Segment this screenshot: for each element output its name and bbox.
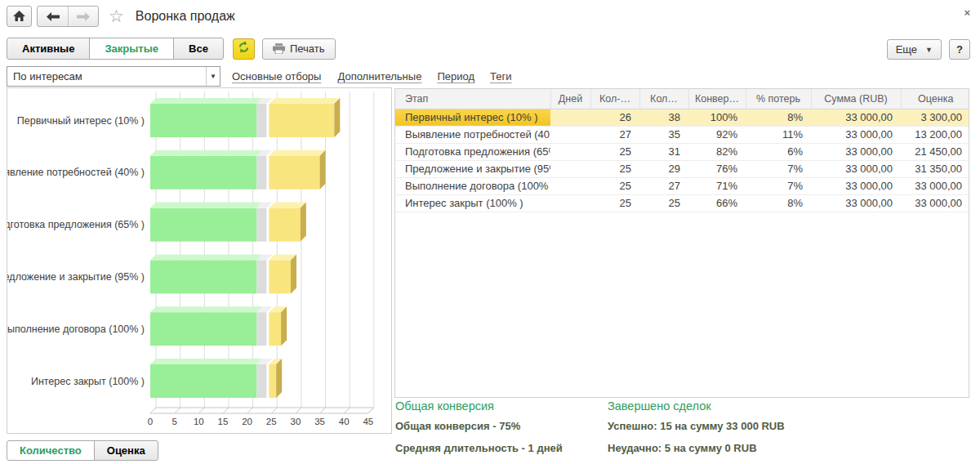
column-header-count-2[interactable]: Кол… [639, 89, 688, 109]
bar-segment-lost[interactable] [256, 364, 266, 398]
column-header-count-1[interactable]: Кол-… [590, 89, 639, 109]
table-cell[interactable]: 33 000,00 [901, 194, 969, 212]
table-cell[interactable]: Предложение и закрытие (95% ) [395, 160, 550, 177]
tab-all[interactable]: Все [173, 38, 224, 60]
bar-segment-lost[interactable] [256, 104, 266, 137]
table-cell[interactable]: 33 000,00 [811, 177, 901, 194]
table-cell[interactable]: 21 450,00 [901, 143, 969, 160]
bar-segment-open[interactable] [269, 312, 281, 346]
bar-segment-open[interactable] [269, 260, 291, 293]
tab-active[interactable]: Активные [7, 38, 90, 60]
table-cell[interactable]: 11% [746, 126, 811, 143]
forward-button[interactable] [68, 7, 98, 26]
table-cell[interactable]: 25 [639, 194, 688, 212]
table-cell[interactable]: 13 200,00 [901, 126, 969, 143]
more-button[interactable]: Еще ▼ [887, 39, 942, 60]
table-cell[interactable]: Первичный интерес (10% ) [395, 109, 550, 126]
table-cell[interactable]: 33 000,00 [811, 109, 901, 126]
table-cell[interactable]: 27 [639, 177, 688, 194]
table-cell[interactable]: Подготовка предложения (65% ) [395, 143, 550, 160]
table-cell[interactable] [550, 194, 590, 212]
column-header-stage[interactable]: Этап [395, 89, 550, 109]
chevron-down-icon[interactable]: ▼ [206, 67, 220, 86]
bar-segment-closed[interactable] [150, 104, 256, 137]
table-cell[interactable]: 25 [590, 143, 639, 160]
table-cell[interactable] [550, 177, 590, 194]
bar-segment-open[interactable] [269, 208, 301, 242]
home-button[interactable] [7, 6, 32, 27]
table-cell[interactable]: 76% [688, 160, 746, 177]
table-row[interactable]: Предложение и закрытие (95% )252976%7%33… [395, 160, 969, 177]
table-cell[interactable]: 33 000,00 [901, 177, 969, 194]
table-row[interactable]: Подготовка предложения (65% )253182%6%33… [395, 143, 969, 160]
print-button[interactable]: Печать [262, 38, 336, 60]
table-cell[interactable]: 31 [639, 143, 688, 160]
bar-segment-closed[interactable] [150, 312, 256, 346]
group-by-select[interactable]: По интересам ▼ [7, 66, 220, 87]
table-cell[interactable]: Выявление потребностей (40… [395, 126, 550, 143]
bar-segment-closed[interactable] [150, 364, 256, 398]
table-cell[interactable] [550, 143, 590, 160]
table-cell[interactable]: 25 [590, 194, 639, 212]
table-cell[interactable]: 26 [590, 109, 639, 126]
table-row[interactable]: Выявление потребностей (40…273592%11%33 … [395, 126, 969, 143]
close-icon[interactable]: × [964, 7, 970, 19]
table-cell[interactable]: 38 [639, 109, 688, 126]
table-cell[interactable]: 71% [688, 177, 746, 194]
bar-segment-lost[interactable] [256, 260, 266, 293]
link-additional[interactable]: Дополнительные [337, 70, 421, 83]
column-header-days[interactable]: Дней [550, 89, 590, 109]
table-cell[interactable] [550, 126, 590, 143]
column-header-loss[interactable]: % потерь [746, 89, 811, 109]
table-cell[interactable]: 8% [746, 194, 811, 212]
table-cell[interactable]: 27 [590, 126, 639, 143]
table-cell[interactable]: 100% [688, 109, 746, 126]
table-cell[interactable]: 7% [746, 177, 811, 194]
table-cell[interactable]: 92% [688, 126, 746, 143]
table-cell[interactable]: 82% [688, 143, 746, 160]
back-button[interactable] [38, 7, 68, 26]
table-cell[interactable] [550, 160, 590, 177]
table-cell[interactable]: 35 [639, 126, 688, 143]
table-row[interactable]: Интерес закрыт (100% )252566%8%33 000,00… [395, 194, 969, 212]
table-cell[interactable]: 3 300,00 [901, 109, 969, 126]
column-header-sum[interactable]: Сумма (RUB) [811, 89, 901, 109]
table-cell[interactable]: 8% [746, 109, 811, 126]
table-cell[interactable]: 33 000,00 [811, 126, 901, 143]
table-cell[interactable]: Интерес закрыт (100% ) [395, 194, 550, 212]
tab-closed[interactable]: Закрытые [89, 38, 174, 60]
table-cell[interactable]: 31 350,00 [901, 160, 969, 177]
table-cell[interactable]: 29 [639, 160, 688, 177]
bar-segment-open[interactable] [269, 104, 334, 137]
column-header-estimate[interactable]: Оценка [901, 89, 969, 109]
table-cell[interactable]: 33 000,00 [811, 194, 901, 212]
table-cell[interactable] [550, 109, 590, 126]
table-cell[interactable]: 25 [590, 160, 639, 177]
table-cell[interactable]: Выполнение договора (100% ) [395, 177, 550, 194]
tab-estimate[interactable]: Оценка [94, 440, 158, 461]
table-row[interactable]: Первичный интерес (10% )2638100%8%33 000… [395, 109, 969, 126]
bar-segment-lost[interactable] [256, 156, 266, 190]
bar-segment-closed[interactable] [150, 156, 256, 190]
help-button[interactable]: ? [949, 39, 970, 60]
table-row[interactable]: Выполнение договора (100% )252771%7%33 0… [395, 177, 969, 194]
table-cell[interactable]: 66% [688, 194, 746, 212]
table-cell[interactable]: 25 [590, 177, 639, 194]
bar-segment-closed[interactable] [150, 260, 256, 293]
link-period[interactable]: Период [437, 70, 474, 83]
link-tags[interactable]: Теги [490, 70, 511, 83]
column-header-conversion[interactable]: Конвер… [688, 89, 746, 109]
tab-quantity[interactable]: Количество [7, 440, 95, 461]
table-cell[interactable]: 6% [746, 143, 811, 160]
table-cell[interactable]: 33 000,00 [811, 160, 901, 177]
favorite-star-icon[interactable]: ☆ [109, 8, 124, 25]
bar-segment-lost[interactable] [256, 208, 266, 242]
table-cell[interactable]: 33 000,00 [811, 143, 901, 160]
refresh-button[interactable] [233, 38, 255, 60]
bar-segment-open[interactable] [269, 156, 319, 190]
bar-segment-lost[interactable] [256, 312, 266, 346]
bar-segment-closed[interactable] [150, 208, 256, 242]
link-main-filters[interactable]: Основные отборы [232, 70, 321, 83]
bar-segment-open[interactable] [269, 364, 276, 398]
table-cell[interactable]: 7% [746, 160, 811, 177]
